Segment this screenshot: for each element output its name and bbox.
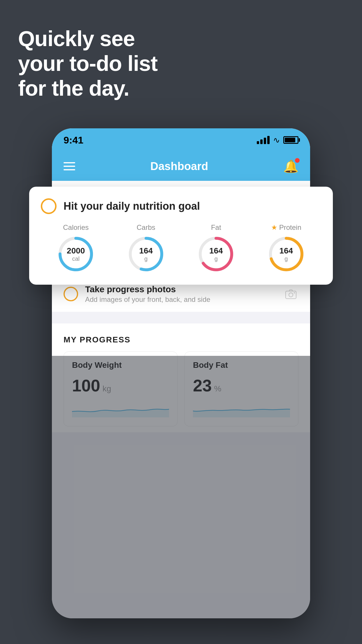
calories-unit: cal	[67, 255, 85, 262]
wifi-icon: ∿	[273, 135, 280, 145]
nav-title: Dashboard	[150, 160, 208, 173]
status-time: 9:41	[64, 134, 83, 146]
todo-text-photos: Take progress photos Add images of your …	[85, 284, 276, 304]
photo-icon	[283, 286, 298, 302]
fat-label: Fat	[211, 223, 221, 232]
dark-overlay	[52, 356, 310, 618]
headline: Quickly see your to-do list for the day.	[18, 26, 157, 101]
notifications-button[interactable]: 🔔	[283, 159, 298, 174]
signal-icon	[257, 136, 270, 144]
fat-unit: g	[209, 255, 223, 262]
protein-value-display: 164 g	[279, 246, 293, 262]
nutrition-card: Hit your daily nutrition goal Calories 2…	[29, 187, 333, 285]
todo-check-photos[interactable]	[64, 287, 78, 301]
headline-line1: Quickly see	[18, 26, 157, 51]
fat-circle: 164 g	[197, 235, 235, 273]
nutrition-check-circle[interactable]	[41, 198, 57, 214]
progress-header: MY PROGRESS	[64, 335, 298, 344]
protein-unit: g	[279, 255, 293, 262]
headline-line3: for the day.	[18, 76, 157, 101]
menu-button[interactable]	[64, 162, 75, 170]
calories-label: Calories	[63, 223, 89, 232]
macro-calories: Calories 2000 cal	[57, 223, 95, 273]
nav-bar: Dashboard 🔔	[52, 152, 310, 181]
protein-circle: 164 g	[267, 235, 305, 273]
macro-carbs: Carbs 164 g	[127, 223, 165, 273]
calories-value: 2000	[67, 246, 85, 256]
protein-value: 164	[279, 246, 293, 256]
fat-value-display: 164 g	[209, 246, 223, 262]
protein-label-row: ★ Protein	[271, 223, 301, 232]
svg-point-4	[289, 293, 293, 297]
nutrition-card-title: Hit your daily nutrition goal	[64, 200, 200, 212]
battery-icon	[283, 136, 298, 144]
macro-fat: Fat 164 g	[197, 223, 235, 273]
headline-line2: your to-do list	[18, 51, 157, 76]
svg-point-5	[294, 292, 295, 293]
notification-dot	[295, 158, 300, 163]
macro-protein: ★ Protein 164 g	[267, 223, 305, 273]
star-icon: ★	[271, 223, 277, 232]
todo-subtitle-photos: Add images of your front, back, and side	[85, 295, 276, 304]
carbs-label: Carbs	[137, 223, 155, 232]
macros-row: Calories 2000 cal Carbs	[41, 223, 321, 273]
carbs-circle: 164 g	[127, 235, 165, 273]
calories-circle: 2000 cal	[57, 235, 95, 273]
status-icons: ∿	[257, 135, 298, 145]
fat-value: 164	[209, 246, 223, 256]
carbs-value-display: 164 g	[139, 246, 153, 262]
protein-label: Protein	[279, 223, 301, 232]
svg-rect-3	[286, 291, 296, 299]
todo-title-photos: Take progress photos	[85, 284, 276, 294]
carbs-value: 164	[139, 246, 153, 256]
status-bar: 9:41 ∿	[52, 128, 310, 152]
carbs-unit: g	[139, 255, 153, 262]
card-title-row: Hit your daily nutrition goal	[41, 198, 321, 214]
calories-value-display: 2000 cal	[67, 246, 85, 262]
